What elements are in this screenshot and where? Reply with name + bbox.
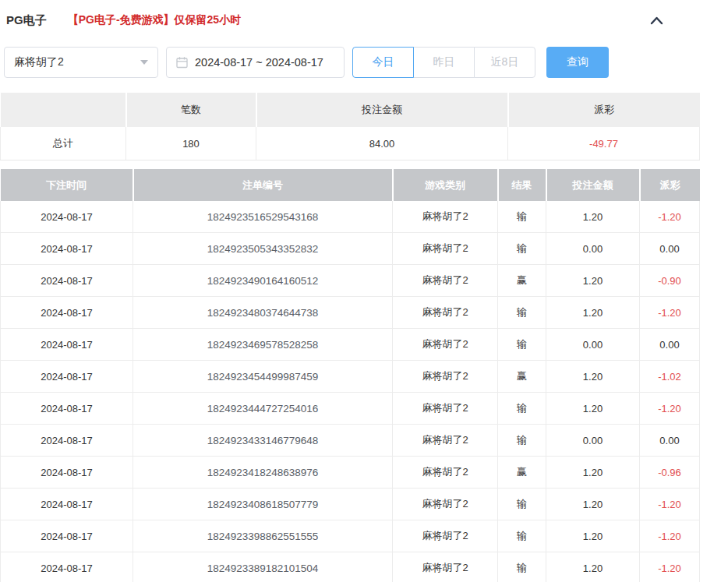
payout-cell: 0.00 <box>640 425 700 457</box>
order-id-cell: 1824923505343352832 <box>133 233 393 265</box>
table-row: 2024-08-171824923444727254016麻将胡了2输1.20-… <box>1 393 700 425</box>
payout-cell: -1.20 <box>640 552 700 582</box>
bet-time-cell: 2024-08-17 <box>1 552 133 582</box>
result-cell: 输 <box>498 329 546 361</box>
panel-header: PG电子 【PG电子-免费游戏】仅保留25小时 <box>0 0 699 30</box>
summary-bet-amount-value: 84.00 <box>256 127 508 160</box>
filter-bar: 麻将胡了2 2024-08-17 ~ 2024-08-17 今日 昨日 近8日 … <box>0 46 699 79</box>
result-cell: 赢 <box>498 457 546 489</box>
retention-notice: 【PG电子-免费游戏】仅保留25小时 <box>68 13 241 27</box>
collapse-panel-button[interactable] <box>650 16 663 25</box>
detail-header-result: 结果 <box>498 169 546 201</box>
order-id-cell: 1824923480374644738 <box>133 297 393 329</box>
payout-cell: -1.20 <box>640 393 700 425</box>
bet-amount-cell: 0.00 <box>546 329 640 361</box>
result-cell: 输 <box>498 393 546 425</box>
detail-header-game-type: 游戏类别 <box>393 169 498 201</box>
summary-total-label: 总计 <box>1 127 126 160</box>
result-cell: 输 <box>498 201 546 233</box>
today-button[interactable]: 今日 <box>352 47 414 78</box>
game-type-cell: 麻将胡了2 <box>393 552 498 582</box>
result-cell: 输 <box>498 233 546 265</box>
bet-time-cell: 2024-08-17 <box>1 489 133 520</box>
game-type-cell: 麻将胡了2 <box>393 457 498 489</box>
game-select[interactable]: 麻将胡了2 <box>4 47 158 78</box>
result-cell: 赢 <box>498 265 546 297</box>
table-row: 2024-08-171824923480374644738麻将胡了2输1.20-… <box>1 297 700 329</box>
bet-amount-cell: 1.20 <box>546 457 640 489</box>
game-type-cell: 麻将胡了2 <box>393 393 498 425</box>
bet-amount-cell: 1.20 <box>546 489 640 520</box>
bet-time-cell: 2024-08-17 <box>1 329 133 361</box>
bet-amount-cell: 0.00 <box>546 425 640 457</box>
detail-header-order-id: 注单编号 <box>133 169 393 201</box>
bet-amount-cell: 1.20 <box>546 265 640 297</box>
bet-time-cell: 2024-08-17 <box>1 265 133 297</box>
detail-header-row: 下注时间 注单编号 游戏类别 结果 投注金额 派彩 <box>1 169 700 201</box>
payout-cell: -0.96 <box>640 457 700 489</box>
payout-cell: 0.00 <box>640 233 700 265</box>
order-id-cell: 1824923444727254016 <box>133 393 393 425</box>
order-id-cell: 1824923408618507779 <box>133 489 393 520</box>
game-type-cell: 麻将胡了2 <box>393 297 498 329</box>
game-type-cell: 麻将胡了2 <box>393 361 498 393</box>
bet-time-cell: 2024-08-17 <box>1 457 133 489</box>
payout-cell: -1.02 <box>640 361 700 393</box>
result-cell: 输 <box>498 552 546 582</box>
pg-records-panel: PG电子 【PG电子-免费游戏】仅保留25小时 麻将胡了2 <box>0 0 728 582</box>
game-type-cell: 麻将胡了2 <box>393 425 498 457</box>
yesterday-button[interactable]: 昨日 <box>413 47 475 78</box>
bet-amount-cell: 1.20 <box>546 393 640 425</box>
query-button[interactable]: 查询 <box>546 47 609 78</box>
detail-table-body: 2024-08-171824923516529543168麻将胡了2输1.20-… <box>1 201 700 582</box>
order-id-cell: 1824923516529543168 <box>133 201 393 233</box>
result-cell: 输 <box>498 425 546 457</box>
order-id-cell: 1824923490164160512 <box>133 265 393 297</box>
bet-time-cell: 2024-08-17 <box>1 425 133 457</box>
game-type-cell: 麻将胡了2 <box>393 329 498 361</box>
table-row: 2024-08-171824923408618507779麻将胡了2输1.20-… <box>1 489 700 520</box>
bet-time-cell: 2024-08-17 <box>1 297 133 329</box>
bet-time-cell: 2024-08-17 <box>1 201 133 233</box>
game-select-value: 麻将胡了2 <box>14 55 64 69</box>
date-range-value: 2024-08-17 ~ 2024-08-17 <box>195 56 323 69</box>
game-type-cell: 麻将胡了2 <box>393 265 498 297</box>
payout-cell: -1.20 <box>640 297 700 329</box>
bet-amount-cell: 1.20 <box>546 361 640 393</box>
table-row: 2024-08-171824923398862551555麻将胡了2输1.20-… <box>1 520 700 552</box>
bet-amount-cell: 1.20 <box>546 552 640 582</box>
calendar-icon <box>176 56 188 69</box>
payout-cell: -1.20 <box>640 201 700 233</box>
last-8-days-button[interactable]: 近8日 <box>474 47 535 78</box>
table-row: 2024-08-171824923516529543168麻将胡了2输1.20-… <box>1 201 700 233</box>
bet-records-table: 下注时间 注单编号 游戏类别 结果 投注金额 派彩 2024-08-171824… <box>0 169 700 582</box>
bet-amount-cell: 1.20 <box>546 520 640 552</box>
table-row: 2024-08-171824923490164160512麻将胡了2赢1.20-… <box>1 265 700 297</box>
vendor-title: PG电子 <box>6 13 47 28</box>
order-id-cell: 1824923433146779648 <box>133 425 393 457</box>
summary-header-payout: 派彩 <box>508 93 700 127</box>
date-range-input[interactable]: 2024-08-17 ~ 2024-08-17 <box>166 47 345 78</box>
result-cell: 输 <box>498 520 546 552</box>
result-cell: 输 <box>498 489 546 520</box>
bet-amount-cell: 1.20 <box>546 297 640 329</box>
result-cell: 赢 <box>498 361 546 393</box>
summary-header-blank <box>1 93 126 127</box>
detail-header-payout: 派彩 <box>640 169 700 201</box>
summary-header-row: 笔数 投注金额 派彩 <box>1 93 700 127</box>
summary-payout-value: -49.77 <box>508 127 700 160</box>
summary-header-bet-amount: 投注金额 <box>256 93 508 127</box>
result-cell: 输 <box>498 297 546 329</box>
order-id-cell: 1824923469578528258 <box>133 329 393 361</box>
game-type-cell: 麻将胡了2 <box>393 489 498 520</box>
chevron-down-icon <box>140 60 148 65</box>
payout-cell: -1.20 <box>640 520 700 552</box>
game-type-cell: 麻将胡了2 <box>393 233 498 265</box>
table-row: 2024-08-171824923389182101504麻将胡了2输1.20-… <box>1 552 700 582</box>
chevron-up-icon <box>650 16 663 25</box>
summary-total-row: 总计 180 84.00 -49.77 <box>1 127 700 160</box>
payout-cell: -0.90 <box>640 265 700 297</box>
table-row: 2024-08-171824923418248638976麻将胡了2赢1.20-… <box>1 457 700 489</box>
summary-count-value: 180 <box>126 127 256 160</box>
table-row: 2024-08-171824923433146779648麻将胡了2输0.000… <box>1 425 700 457</box>
